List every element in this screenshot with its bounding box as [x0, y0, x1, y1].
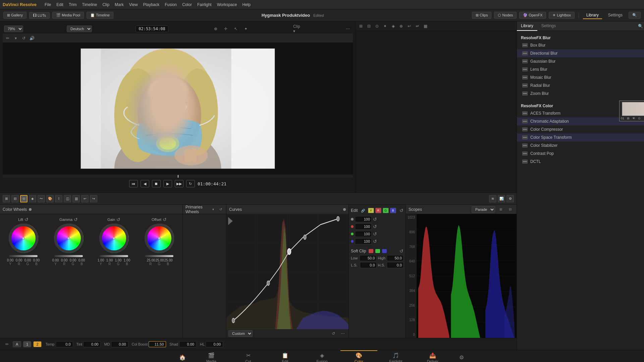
ct-icon-wave[interactable]: ⌇ [55, 195, 62, 202]
node-1[interactable]: 01 ⊞👁⊙🔒 [619, 101, 644, 121]
menu-view[interactable]: View [129, 2, 138, 7]
edit-reset-w[interactable]: ↺ [373, 217, 377, 222]
gallery-button[interactable]: ⊞ ClipsGallery [3, 12, 26, 19]
curves-canvas[interactable] [226, 214, 348, 329]
luts-button[interactable]: 🎞 LUTs [29, 12, 50, 19]
bt-1[interactable]: 1 [23, 341, 31, 347]
viewer-icon-expand[interactable]: ▾ [12, 35, 19, 42]
effect-dctl[interactable]: DCTL [517, 158, 644, 166]
nav-media[interactable]: 🎬 Media [193, 350, 230, 362]
bt-a[interactable]: A [13, 341, 21, 347]
search-button[interactable]: 🔍 [629, 12, 641, 19]
node-tool-3[interactable]: ⊙ [373, 22, 381, 30]
ct-icon-grid[interactable]: ⊟ [11, 195, 19, 202]
edit-reset[interactable]: ↺ [399, 208, 404, 213]
ct-icon-diamond[interactable]: ◈ [29, 195, 36, 202]
ct-icon-curve[interactable]: 〜 [38, 195, 45, 202]
colboost-value[interactable] [149, 341, 166, 347]
curves-reset[interactable]: ↺ [330, 330, 337, 337]
library-panel-tab[interactable]: Library [517, 21, 537, 31]
menu-clip[interactable]: Clip [102, 2, 109, 7]
nodes-tab[interactable]: ⬡ Nodes [494, 12, 517, 19]
loop-button[interactable]: ↻ [186, 180, 195, 187]
ct-icon-motion[interactable]: ▥ [72, 195, 80, 202]
viewer-tool-1[interactable]: ⊕ [212, 25, 219, 33]
offset-wheel-container[interactable] [145, 224, 174, 253]
menu-edit[interactable]: Edit [56, 2, 63, 7]
ct-icon-redo[interactable]: ↪ [90, 195, 97, 202]
shad-value[interactable] [179, 341, 197, 347]
ct-icon-blur[interactable]: ◫ [64, 195, 71, 202]
gain-wheel-container[interactable] [99, 224, 129, 253]
ct-icon-circle[interactable]: ⊙ [20, 195, 28, 202]
softclip-high-value[interactable] [387, 255, 404, 261]
edit-value-w[interactable] [355, 216, 372, 222]
gain-slider[interactable] [100, 255, 128, 257]
viewer-menu[interactable]: ⋯ [344, 25, 352, 33]
edit-value-g[interactable] [355, 231, 372, 237]
edit-reset-b[interactable]: ↺ [373, 239, 377, 244]
effect-color-space-transform[interactable]: Color Space Transform [517, 133, 644, 141]
gamma-wheel-dot[interactable] [67, 237, 70, 240]
home-icon[interactable]: 🏠 [179, 354, 186, 361]
step-forward-button[interactable]: ▶▶ [175, 180, 183, 187]
menu-fusion[interactable]: Fusion [165, 2, 177, 7]
nav-fusion[interactable]: ◈ Fusion [304, 350, 340, 362]
curves-menu[interactable]: ⋯ [339, 330, 346, 337]
menu-playback[interactable]: Playback [143, 2, 160, 7]
menu-file[interactable]: File [45, 2, 51, 7]
ct-icon-right-2[interactable]: 📊 [498, 195, 505, 202]
ct-icon-right-1[interactable]: ≋ [489, 195, 496, 202]
viewer-icon-undo[interactable]: ↺ [20, 35, 28, 42]
softclip-ls-value[interactable] [360, 262, 377, 268]
language-select[interactable]: Deutsch [67, 25, 92, 32]
edit-y-button[interactable]: Y [368, 208, 374, 213]
ct-icon-flag[interactable]: ⊞ [3, 195, 10, 202]
viewer-scrubber[interactable] [3, 175, 353, 178]
lift-slider[interactable] [9, 255, 38, 257]
scrubber-handle[interactable] [178, 175, 178, 178]
edit-g-button[interactable]: G [383, 208, 389, 213]
clip-mode[interactable]: Clip ▾ [293, 25, 301, 33]
bt-2[interactable]: 2 [33, 341, 41, 347]
effect-mosaic-blur[interactable]: Mosaic Blur [517, 73, 644, 81]
curves-mode-select[interactable]: Custom [228, 330, 253, 337]
viewer-icon-audio[interactable]: 🔊 [28, 35, 36, 42]
settings-tab[interactable]: Settings [605, 12, 626, 19]
gamma-wheel-container[interactable] [54, 224, 84, 253]
offset-reset[interactable]: ↺ [163, 217, 167, 222]
clips-tab[interactable]: ⊞ Clips [472, 12, 492, 19]
ct-icon-right-3[interactable]: ⚙ [506, 195, 514, 202]
offset-slider[interactable] [145, 255, 173, 257]
primaries-expand[interactable]: ▾ [211, 206, 216, 213]
settings-icon[interactable]: ⚙ [458, 354, 465, 361]
softclip-g-button[interactable] [375, 249, 380, 253]
effect-box-blur[interactable]: Box Blur [517, 41, 644, 49]
lightbox-tab[interactable]: ☀ Lightbox [549, 12, 575, 19]
stop-button[interactable]: ⏹ [152, 180, 161, 187]
softclip-b-button[interactable] [382, 249, 387, 253]
menu-trim[interactable]: Trim [69, 2, 77, 7]
menu-color[interactable]: Color [182, 2, 192, 7]
viewer-cursor[interactable]: ↖ [232, 25, 239, 33]
lift-reset[interactable]: ↺ [24, 217, 29, 222]
node-tool-1[interactable]: ⊞ [357, 22, 365, 30]
viewer-icon-draw[interactable]: ✏ [4, 35, 11, 42]
settings-panel-tab[interactable]: Settings [537, 21, 560, 31]
viewer-tool-2[interactable]: ✛ [222, 25, 229, 33]
gamma-slider[interactable] [54, 255, 83, 257]
tint-value[interactable] [83, 341, 101, 347]
timeline-button[interactable]: 📋 Timeline [87, 12, 113, 19]
edit-value-b[interactable] [355, 238, 372, 244]
hl-value[interactable] [206, 341, 223, 347]
edit-b-button[interactable]: B [390, 208, 396, 213]
effect-lens-blur[interactable]: Lens Blur [517, 65, 644, 73]
offset-wheel-dot[interactable] [158, 237, 161, 240]
node-tool-8[interactable]: ↫ [414, 22, 421, 30]
edit-r-button[interactable]: R [375, 208, 381, 213]
ct-icon-palette[interactable]: 🎨 [46, 195, 54, 202]
play-button[interactable]: ▶ [163, 180, 172, 187]
menu-timeline[interactable]: Timeline [82, 2, 97, 7]
gain-wheel-dot[interactable] [113, 237, 115, 240]
lift-wheel-container[interactable] [9, 224, 38, 253]
